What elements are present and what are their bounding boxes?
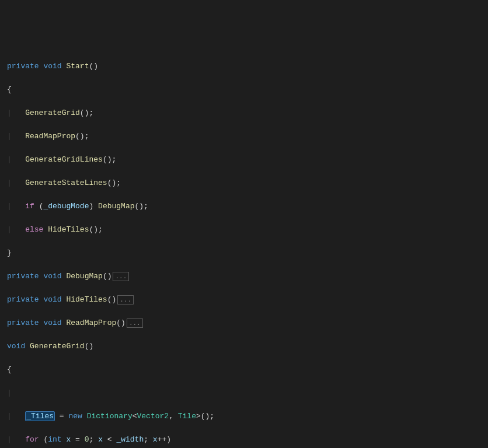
method-name: HideTiles — [66, 295, 107, 304]
code-line[interactable]: | GenerateGrid(); — [5, 107, 488, 119]
call: DebugMap — [98, 202, 134, 211]
call: GenerateGrid — [25, 108, 80, 117]
code-line[interactable]: | GenerateGridLines(); — [5, 154, 488, 166]
code-line[interactable]: private void DebugMap()... — [5, 271, 488, 282]
code-line[interactable]: private void Start() — [5, 61, 488, 72]
code-line[interactable]: | if (_debugMode) DebugMap(); — [5, 201, 488, 212]
method-name: GenerateGrid — [30, 342, 85, 351]
fold-indicator[interactable]: ... — [117, 295, 134, 304]
if-keyword: if — [25, 202, 34, 211]
brace-open: { — [7, 85, 12, 94]
else-keyword: else — [25, 225, 43, 234]
code-line[interactable]: { — [5, 84, 488, 96]
code-line[interactable]: void GenerateGrid() — [5, 341, 488, 352]
call: ReadMapProp — [25, 132, 75, 141]
fold-indicator[interactable]: ... — [127, 318, 143, 328]
call: GenerateStateLines — [25, 178, 107, 187]
code-line[interactable]: | — [5, 387, 488, 399]
code-line[interactable]: | for (int x = 0; x < _width; x++) — [5, 434, 488, 446]
call: GenerateGridLines — [25, 155, 103, 164]
brace-close: } — [7, 249, 12, 257]
code-line[interactable]: | else HideTiles(); — [5, 224, 488, 236]
code-line[interactable]: | GenerateStateLines(); — [5, 177, 488, 189]
method-name: Start — [66, 62, 89, 71]
code-line[interactable]: private void ReadMapProp()... — [5, 317, 488, 329]
call: HideTiles — [48, 225, 89, 234]
method-name: ReadMapProp — [66, 318, 116, 327]
code-line[interactable]: private void HideTiles()... — [5, 294, 488, 306]
code-editor[interactable]: private void Start() { | GenerateGrid();… — [5, 49, 488, 448]
keyword: private — [7, 62, 39, 71]
selected-symbol: _Tiles — [25, 411, 55, 421]
field: _debugMode — [43, 202, 89, 211]
code-line[interactable]: } — [5, 247, 488, 259]
for-keyword: for — [25, 435, 39, 444]
code-line[interactable]: | _Tiles = new Dictionary<Vector2, Tile>… — [5, 411, 488, 422]
type: Dictionary — [87, 412, 133, 421]
method-name: DebugMap — [66, 272, 102, 281]
code-line[interactable]: { — [5, 364, 488, 376]
fold-indicator[interactable]: ... — [113, 272, 129, 281]
keyword: void — [43, 62, 61, 71]
code-line[interactable]: | ReadMapProp(); — [5, 131, 488, 142]
